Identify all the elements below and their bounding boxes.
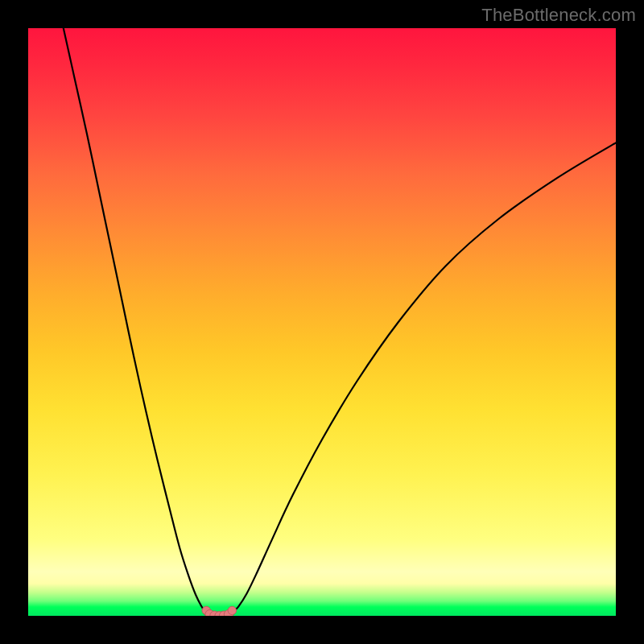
valley-markers xyxy=(202,606,237,616)
valley-marker xyxy=(228,606,236,614)
watermark-text: TheBottleneck.com xyxy=(481,5,636,26)
curve-paths xyxy=(64,28,616,616)
plot-area xyxy=(28,28,616,616)
series-right-branch xyxy=(233,142,616,612)
chart-stage: TheBottleneck.com xyxy=(0,0,644,644)
series-left-branch xyxy=(64,28,206,613)
curve-layer xyxy=(28,28,616,616)
